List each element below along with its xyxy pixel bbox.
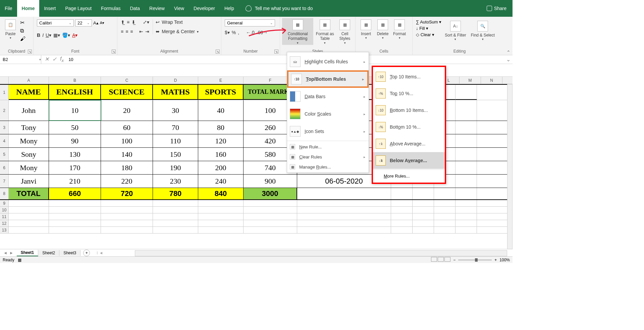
cell[interactable] [413, 227, 434, 233]
sheet-tab-2[interactable]: Sheet2 [38, 250, 59, 256]
row-header[interactable]: 5 [0, 148, 9, 161]
comma-format-icon[interactable]: , [238, 30, 239, 35]
cell[interactable] [455, 220, 477, 226]
format-cells-button[interactable]: ▦Format▾ [391, 18, 408, 40]
cell[interactable] [434, 207, 455, 213]
accounting-format-icon[interactable]: $▾ [225, 30, 230, 35]
menu-bottom-10-percent[interactable]: ↓%Bottom 10 %... [373, 119, 445, 135]
cell[interactable]: TOTAL [9, 188, 49, 199]
cell[interactable] [244, 207, 297, 213]
menu-data-bars[interactable]: Data Bars▸ [287, 88, 369, 105]
menu-bottom-10-items[interactable]: ↓10Bottom 10 Items... [373, 102, 445, 119]
cell[interactable] [413, 188, 434, 199]
find-select-button[interactable]: 🔍Find & Select▾ [470, 19, 496, 41]
cell[interactable] [9, 200, 49, 206]
cell[interactable] [455, 207, 477, 213]
menu-icon-sets[interactable]: ●▲◆Icon Sets▸ [287, 123, 369, 140]
cell[interactable]: 900 [244, 175, 297, 188]
row-header[interactable]: 13 [0, 227, 9, 233]
cell[interactable]: Sony [9, 148, 49, 161]
cell[interactable] [101, 213, 153, 220]
cell[interactable] [434, 220, 455, 226]
cell[interactable] [455, 148, 477, 161]
cell[interactable]: 20 [101, 100, 153, 121]
cell[interactable]: 200 [198, 161, 244, 174]
col-header-N[interactable]: N [481, 77, 502, 84]
format-as-table-button[interactable]: ▦ Format as Table▾ [313, 18, 336, 45]
col-header-E[interactable]: E [198, 77, 244, 84]
cell[interactable] [101, 207, 153, 213]
cell[interactable] [101, 220, 153, 226]
tab-file[interactable]: File [0, 0, 17, 17]
cell[interactable] [101, 227, 153, 233]
cell[interactable]: 50 [49, 121, 101, 134]
increase-font-icon[interactable]: A▴ [93, 20, 99, 25]
cell[interactable]: 90 [49, 134, 101, 147]
cell[interactable] [297, 200, 391, 206]
font-size-dropdown[interactable]: 22 [75, 19, 92, 26]
cell[interactable] [244, 220, 297, 226]
col-header-D[interactable]: D [153, 77, 198, 84]
tab-data[interactable]: Data [125, 0, 145, 17]
conditional-formatting-button[interactable]: ▦ Conditional Formatting▾ [282, 18, 313, 45]
col-header-B[interactable]: B [49, 77, 101, 84]
cell[interactable] [153, 200, 198, 206]
cell[interactable] [198, 220, 244, 226]
clipboard-launcher[interactable]: ↘ [28, 50, 32, 54]
cell[interactable]: 180 [101, 161, 153, 174]
cell[interactable]: 3000 [244, 188, 297, 199]
cell[interactable] [297, 227, 391, 233]
cell[interactable] [391, 200, 413, 206]
cell[interactable]: MATHS [153, 85, 198, 100]
collapse-ribbon-icon[interactable]: ⌃ [506, 50, 511, 55]
paste-button[interactable]: 📋 Paste▾ [2, 18, 19, 40]
row-header[interactable]: 8 [0, 188, 9, 199]
cell[interactable]: SCIENCE [101, 85, 153, 100]
fill-color-button[interactable]: 🪣▾ [62, 32, 70, 38]
italic-button[interactable]: I [42, 32, 44, 38]
tab-home[interactable]: Home [17, 0, 40, 17]
cell[interactable] [297, 220, 391, 226]
cell[interactable] [413, 200, 434, 206]
cell[interactable] [244, 200, 297, 206]
tab-page-layout[interactable]: Page Layout [60, 0, 96, 17]
cell[interactable]: 80 [198, 121, 244, 134]
tab-formulas[interactable]: Formulas [96, 0, 125, 17]
tab-help[interactable]: Help [220, 0, 239, 17]
cell[interactable]: 130 [49, 148, 101, 161]
sort-filter-button[interactable]: A↓Sort & Filter▾ [443, 19, 467, 41]
row-header[interactable]: 12 [0, 220, 9, 226]
row-header[interactable]: 4 [0, 134, 9, 147]
align-middle-icon[interactable]: ≡ [127, 19, 129, 25]
menu-top-10-percent[interactable]: ↑%Top 10 %... [373, 85, 445, 102]
cell[interactable]: SPORTS [198, 85, 244, 100]
cancel-formula-icon[interactable]: ✕ [45, 56, 49, 63]
cell[interactable]: 220 [101, 175, 153, 188]
share-button[interactable]: Share [487, 6, 506, 11]
sheet-nav-next-icon[interactable]: ► [9, 251, 13, 255]
select-all-corner[interactable] [0, 77, 9, 84]
cell[interactable] [49, 213, 101, 220]
cell[interactable] [455, 85, 477, 100]
decrease-font-icon[interactable]: A▾ [100, 21, 104, 25]
cell[interactable]: 10 [49, 100, 101, 121]
cell[interactable] [413, 220, 434, 226]
format-painter-icon[interactable]: 🖌 [20, 36, 25, 42]
cell[interactable] [49, 227, 101, 233]
delete-cells-button[interactable]: ▦Delete▾ [374, 18, 391, 40]
cell[interactable] [198, 227, 244, 233]
insert-cells-button[interactable]: ▦Insert▾ [358, 18, 374, 40]
cell[interactable] [297, 188, 391, 199]
cell[interactable]: 70 [153, 121, 198, 134]
formula-input[interactable]: 10 [67, 57, 504, 62]
cell[interactable] [297, 207, 391, 213]
macro-record-icon[interactable]: ▦ [18, 258, 21, 262]
expand-formula-bar-icon[interactable]: ⌄ [504, 56, 513, 63]
cell[interactable]: 140 [101, 148, 153, 161]
cell[interactable] [391, 207, 413, 213]
row-header[interactable]: 2 [0, 100, 9, 121]
bold-button[interactable]: B [37, 32, 40, 38]
tab-developer[interactable]: Developer [189, 0, 220, 17]
cell[interactable] [9, 227, 49, 233]
cell[interactable] [455, 227, 477, 233]
